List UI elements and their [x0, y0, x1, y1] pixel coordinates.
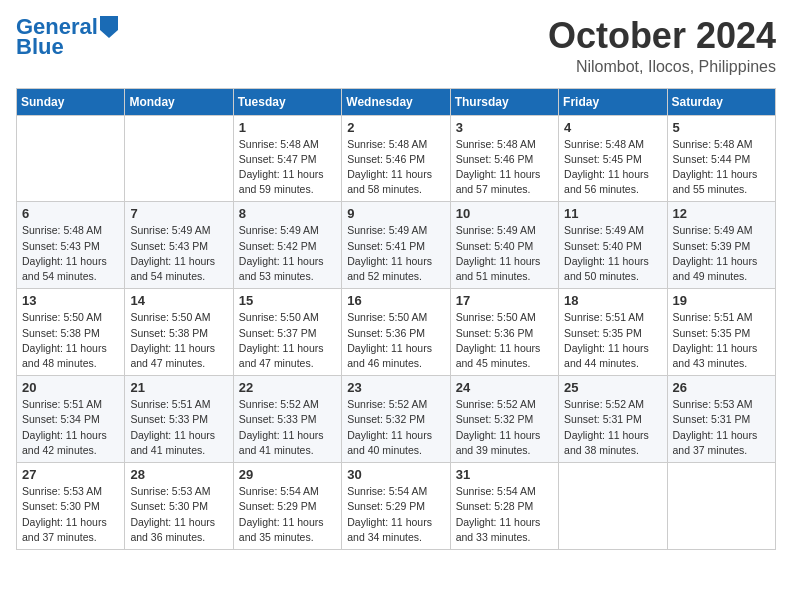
day-number: 28 — [130, 467, 227, 482]
day-info: Sunrise: 5:53 AMSunset: 5:31 PMDaylight:… — [673, 397, 770, 458]
day-cell: 18Sunrise: 5:51 AMSunset: 5:35 PMDayligh… — [559, 289, 667, 376]
day-number: 7 — [130, 206, 227, 221]
day-info: Sunrise: 5:51 AMSunset: 5:34 PMDaylight:… — [22, 397, 119, 458]
day-number: 20 — [22, 380, 119, 395]
week-row-1: 1Sunrise: 5:48 AMSunset: 5:47 PMDaylight… — [17, 115, 776, 202]
day-number: 5 — [673, 120, 770, 135]
day-cell: 6Sunrise: 5:48 AMSunset: 5:43 PMDaylight… — [17, 202, 125, 289]
calendar-table: SundayMondayTuesdayWednesdayThursdayFrid… — [16, 88, 776, 550]
day-number: 17 — [456, 293, 553, 308]
weekday-header-row: SundayMondayTuesdayWednesdayThursdayFrid… — [17, 88, 776, 115]
weekday-header-monday: Monday — [125, 88, 233, 115]
day-cell — [559, 463, 667, 550]
day-cell: 20Sunrise: 5:51 AMSunset: 5:34 PMDayligh… — [17, 376, 125, 463]
week-row-4: 20Sunrise: 5:51 AMSunset: 5:34 PMDayligh… — [17, 376, 776, 463]
day-info: Sunrise: 5:50 AMSunset: 5:37 PMDaylight:… — [239, 310, 336, 371]
logo: General Blue — [16, 16, 118, 60]
day-cell: 17Sunrise: 5:50 AMSunset: 5:36 PMDayligh… — [450, 289, 558, 376]
day-number: 25 — [564, 380, 661, 395]
day-info: Sunrise: 5:52 AMSunset: 5:32 PMDaylight:… — [347, 397, 444, 458]
day-cell: 10Sunrise: 5:49 AMSunset: 5:40 PMDayligh… — [450, 202, 558, 289]
day-number: 18 — [564, 293, 661, 308]
day-number: 6 — [22, 206, 119, 221]
day-info: Sunrise: 5:51 AMSunset: 5:33 PMDaylight:… — [130, 397, 227, 458]
day-info: Sunrise: 5:48 AMSunset: 5:46 PMDaylight:… — [456, 137, 553, 198]
day-cell: 28Sunrise: 5:53 AMSunset: 5:30 PMDayligh… — [125, 463, 233, 550]
day-number: 13 — [22, 293, 119, 308]
day-number: 3 — [456, 120, 553, 135]
day-number: 4 — [564, 120, 661, 135]
day-info: Sunrise: 5:49 AMSunset: 5:39 PMDaylight:… — [673, 223, 770, 284]
day-number: 12 — [673, 206, 770, 221]
day-number: 29 — [239, 467, 336, 482]
day-cell — [125, 115, 233, 202]
svg-marker-0 — [100, 16, 118, 38]
week-row-5: 27Sunrise: 5:53 AMSunset: 5:30 PMDayligh… — [17, 463, 776, 550]
day-info: Sunrise: 5:49 AMSunset: 5:41 PMDaylight:… — [347, 223, 444, 284]
day-cell: 21Sunrise: 5:51 AMSunset: 5:33 PMDayligh… — [125, 376, 233, 463]
day-info: Sunrise: 5:54 AMSunset: 5:29 PMDaylight:… — [239, 484, 336, 545]
title-block: October 2024 Nilombot, Ilocos, Philippin… — [548, 16, 776, 76]
day-info: Sunrise: 5:51 AMSunset: 5:35 PMDaylight:… — [673, 310, 770, 371]
month-title: October 2024 — [548, 16, 776, 56]
day-cell: 30Sunrise: 5:54 AMSunset: 5:29 PMDayligh… — [342, 463, 450, 550]
weekday-header-wednesday: Wednesday — [342, 88, 450, 115]
day-info: Sunrise: 5:51 AMSunset: 5:35 PMDaylight:… — [564, 310, 661, 371]
day-cell: 23Sunrise: 5:52 AMSunset: 5:32 PMDayligh… — [342, 376, 450, 463]
day-number: 11 — [564, 206, 661, 221]
day-cell — [667, 463, 775, 550]
day-info: Sunrise: 5:48 AMSunset: 5:43 PMDaylight:… — [22, 223, 119, 284]
day-number: 8 — [239, 206, 336, 221]
day-number: 31 — [456, 467, 553, 482]
day-info: Sunrise: 5:50 AMSunset: 5:38 PMDaylight:… — [22, 310, 119, 371]
day-info: Sunrise: 5:53 AMSunset: 5:30 PMDaylight:… — [22, 484, 119, 545]
day-cell: 11Sunrise: 5:49 AMSunset: 5:40 PMDayligh… — [559, 202, 667, 289]
day-info: Sunrise: 5:54 AMSunset: 5:28 PMDaylight:… — [456, 484, 553, 545]
weekday-header-tuesday: Tuesday — [233, 88, 341, 115]
day-cell: 2Sunrise: 5:48 AMSunset: 5:46 PMDaylight… — [342, 115, 450, 202]
week-row-2: 6Sunrise: 5:48 AMSunset: 5:43 PMDaylight… — [17, 202, 776, 289]
day-info: Sunrise: 5:52 AMSunset: 5:33 PMDaylight:… — [239, 397, 336, 458]
day-number: 19 — [673, 293, 770, 308]
day-cell: 9Sunrise: 5:49 AMSunset: 5:41 PMDaylight… — [342, 202, 450, 289]
day-cell: 7Sunrise: 5:49 AMSunset: 5:43 PMDaylight… — [125, 202, 233, 289]
day-cell: 27Sunrise: 5:53 AMSunset: 5:30 PMDayligh… — [17, 463, 125, 550]
day-cell: 26Sunrise: 5:53 AMSunset: 5:31 PMDayligh… — [667, 376, 775, 463]
day-number: 30 — [347, 467, 444, 482]
day-number: 10 — [456, 206, 553, 221]
weekday-header-thursday: Thursday — [450, 88, 558, 115]
day-cell: 24Sunrise: 5:52 AMSunset: 5:32 PMDayligh… — [450, 376, 558, 463]
day-info: Sunrise: 5:48 AMSunset: 5:45 PMDaylight:… — [564, 137, 661, 198]
logo-icon — [100, 16, 118, 38]
day-cell: 13Sunrise: 5:50 AMSunset: 5:38 PMDayligh… — [17, 289, 125, 376]
day-number: 23 — [347, 380, 444, 395]
day-cell: 14Sunrise: 5:50 AMSunset: 5:38 PMDayligh… — [125, 289, 233, 376]
day-cell — [17, 115, 125, 202]
day-info: Sunrise: 5:52 AMSunset: 5:31 PMDaylight:… — [564, 397, 661, 458]
day-cell: 8Sunrise: 5:49 AMSunset: 5:42 PMDaylight… — [233, 202, 341, 289]
day-cell: 5Sunrise: 5:48 AMSunset: 5:44 PMDaylight… — [667, 115, 775, 202]
weekday-header-saturday: Saturday — [667, 88, 775, 115]
day-info: Sunrise: 5:52 AMSunset: 5:32 PMDaylight:… — [456, 397, 553, 458]
weekday-header-sunday: Sunday — [17, 88, 125, 115]
page-header: General Blue October 2024 Nilombot, Iloc… — [16, 16, 776, 76]
day-number: 27 — [22, 467, 119, 482]
day-info: Sunrise: 5:49 AMSunset: 5:43 PMDaylight:… — [130, 223, 227, 284]
day-info: Sunrise: 5:50 AMSunset: 5:36 PMDaylight:… — [456, 310, 553, 371]
week-row-3: 13Sunrise: 5:50 AMSunset: 5:38 PMDayligh… — [17, 289, 776, 376]
day-cell: 3Sunrise: 5:48 AMSunset: 5:46 PMDaylight… — [450, 115, 558, 202]
day-cell: 1Sunrise: 5:48 AMSunset: 5:47 PMDaylight… — [233, 115, 341, 202]
day-cell: 12Sunrise: 5:49 AMSunset: 5:39 PMDayligh… — [667, 202, 775, 289]
day-number: 15 — [239, 293, 336, 308]
day-number: 2 — [347, 120, 444, 135]
day-number: 1 — [239, 120, 336, 135]
day-cell: 15Sunrise: 5:50 AMSunset: 5:37 PMDayligh… — [233, 289, 341, 376]
day-number: 21 — [130, 380, 227, 395]
day-cell: 25Sunrise: 5:52 AMSunset: 5:31 PMDayligh… — [559, 376, 667, 463]
day-number: 16 — [347, 293, 444, 308]
location-subtitle: Nilombot, Ilocos, Philippines — [548, 58, 776, 76]
day-info: Sunrise: 5:48 AMSunset: 5:44 PMDaylight:… — [673, 137, 770, 198]
day-info: Sunrise: 5:48 AMSunset: 5:47 PMDaylight:… — [239, 137, 336, 198]
day-info: Sunrise: 5:49 AMSunset: 5:40 PMDaylight:… — [564, 223, 661, 284]
day-info: Sunrise: 5:54 AMSunset: 5:29 PMDaylight:… — [347, 484, 444, 545]
